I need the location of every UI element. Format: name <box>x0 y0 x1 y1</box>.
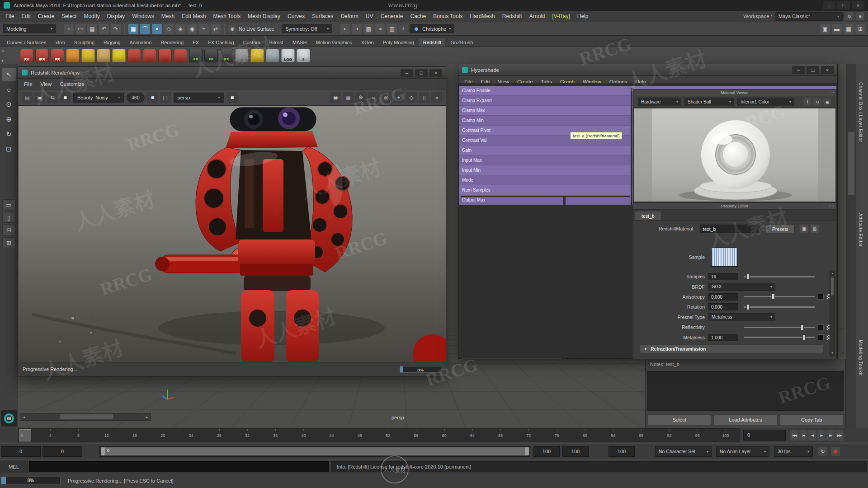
pe-slider-track[interactable] <box>744 276 815 277</box>
camera-dropdown[interactable]: persp ▾ <box>174 93 224 103</box>
undo-icon[interactable]: ↶ <box>99 24 109 34</box>
camera-icon[interactable]: ◉ <box>330 92 341 103</box>
star-icon[interactable]: ▸ <box>2 58 17 63</box>
command-language-toggle[interactable]: MEL <box>0 460 28 473</box>
grid-icon[interactable]: ▦ <box>343 92 354 103</box>
menu-help[interactable]: Help <box>574 11 592 22</box>
menu-mesh[interactable]: Mesh <box>158 11 178 22</box>
shelf-tab-motion-graphics[interactable]: Motion Graphics <box>312 38 356 47</box>
shelf-tab-mash[interactable]: MASH <box>288 38 311 47</box>
playback-start-field[interactable]: 0 <box>42 446 82 457</box>
slider-handle[interactable] <box>746 304 750 310</box>
shelf-icon-hook[interactable] <box>158 49 172 62</box>
dock-tab-attribute-editor[interactable]: Attribute Editor <box>858 213 863 247</box>
secondary-end-field[interactable]: 100 <box>609 446 635 457</box>
render-view-menu-customize[interactable]: Customize <box>56 81 88 87</box>
shelf-tab-redshift[interactable]: Redshift <box>419 38 445 47</box>
menu-cache[interactable]: Cache <box>406 11 429 22</box>
save-scene-icon[interactable]: ▤ <box>87 24 97 34</box>
minimize-button[interactable]: – <box>823 1 835 9</box>
input-connections-icon[interactable]: ⇄ <box>211 24 221 34</box>
pe-value-field[interactable]: 0.000 <box>708 293 738 300</box>
renderer-dropdown[interactable]: Hardware▾ <box>638 98 681 106</box>
selection-mask-icon[interactable]: ▣ <box>820 24 830 34</box>
dock-tab-channel-box-layer-editor[interactable]: Channel Box / Layer Editor <box>858 82 863 142</box>
scroll-left-icon[interactable]: ◂ <box>20 415 28 419</box>
slider-handle[interactable] <box>772 294 775 300</box>
presets-button[interactable]: Presets <box>766 225 795 233</box>
animation-end-field[interactable]: 100 <box>562 446 589 457</box>
snap-grid-icon[interactable]: ▦ <box>128 24 138 34</box>
menu-generate[interactable]: Generate <box>377 11 406 22</box>
shelf-tab-rigging[interactable]: Rigging <box>99 38 124 47</box>
new-scene-icon[interactable]: ▫ <box>64 24 74 34</box>
shelf-icon-cone[interactable] <box>97 49 110 62</box>
move-icon[interactable]: ⊕ <box>2 113 16 126</box>
menu-hardmesh[interactable]: HardMesh <box>466 11 498 22</box>
menu-v-ray[interactable]: [V-Ray] <box>548 11 573 22</box>
menu-file[interactable]: File <box>2 11 18 22</box>
layout-toggle-icon[interactable]: ⊞ <box>855 24 865 34</box>
environment-dropdown[interactable]: Interior1 Color▾ <box>737 98 794 106</box>
material-tab[interactable]: test_b <box>635 211 661 220</box>
material-name-field[interactable]: test_b <box>700 225 760 233</box>
dock-tab-modeling-toolkit[interactable]: Modeling Toolkit <box>858 340 863 376</box>
shelf-icon-pr[interactable]: PR <box>51 49 64 62</box>
workspace-options-icon[interactable]: ≡ <box>856 12 864 20</box>
range-end-handle[interactable] <box>525 447 529 455</box>
scroll-up-icon[interactable]: ▴ <box>830 272 835 275</box>
snap-curve-icon[interactable]: ⌒ <box>140 24 150 34</box>
toggle-lock-icon[interactable]: ■ <box>227 92 238 103</box>
shelf-tab-animation[interactable]: Animation <box>125 38 156 47</box>
go-to-start-icon[interactable]: |◀◀ <box>790 430 798 441</box>
menu-redshift[interactable]: Redshift <box>499 11 526 22</box>
fps-dropdown[interactable]: 30 fps▾ <box>774 446 813 457</box>
shelf-icon-diamond[interactable] <box>66 49 80 62</box>
loop-mode-icon[interactable]: ↻ <box>818 447 827 456</box>
color-chip[interactable] <box>818 324 824 330</box>
slider-handle[interactable] <box>746 274 750 280</box>
expand-icon[interactable]: ◇ <box>406 92 417 103</box>
workspace-reset-icon[interactable]: ↻ <box>845 12 854 20</box>
shelf-tab-gozbrush[interactable]: GoZBrush <box>446 38 477 47</box>
maximize-button[interactable]: □ <box>837 1 850 9</box>
menu-edit-mesh[interactable]: Edit Mesh <box>178 11 209 22</box>
geometry-dropdown[interactable]: Shader Ball▾ <box>684 98 734 106</box>
pin-icon[interactable]: ▫ <box>829 204 830 208</box>
play-backwards-icon[interactable]: ◀ <box>808 430 816 441</box>
shelf-icon-proxy-pr-1[interactable]: PR <box>189 49 203 62</box>
shelf-tab-xgen[interactable]: XGen <box>357 38 378 47</box>
paint-effects-icon[interactable]: ≈ <box>375 24 385 34</box>
property-editor-scrollbar[interactable]: ▴ ▾ <box>830 271 835 356</box>
shelf-icon-ring-sphere[interactable] <box>112 49 126 62</box>
copy-tab-button[interactable]: Copy Tab <box>780 414 844 425</box>
shelf-tab-custom[interactable]: Custom <box>239 38 264 47</box>
shelf-icon-cube[interactable] <box>127 49 141 62</box>
circle-menu-icon[interactable]: ○ <box>368 92 379 103</box>
range-start-handle[interactable] <box>101 447 105 455</box>
scroll-down-icon[interactable]: ▾ <box>830 351 835 355</box>
menu-curves[interactable]: Curves <box>284 11 308 22</box>
toggle-region-icon[interactable]: ■ <box>147 92 158 103</box>
workspace-dropdown[interactable]: Maya Classic* ▾ <box>775 12 843 21</box>
vertical-splitter[interactable] <box>631 88 632 358</box>
live-surface-icon[interactable]: ◉ <box>228 25 236 33</box>
shelf-tab-bifrost[interactable]: Bifrost <box>265 38 288 47</box>
menu-modify[interactable]: Modify <box>80 11 103 22</box>
pe-slider-track[interactable] <box>744 306 815 308</box>
refresh-icon[interactable]: ↻ <box>47 92 58 103</box>
four-pane-icon[interactable]: ⊞ <box>2 237 16 248</box>
pe-dropdown-brdf[interactable]: GGX▾ <box>708 283 775 291</box>
user-account-dropdown[interactable]: ☻ Christophe ▾ <box>410 24 454 33</box>
shelf-icon-sphere[interactable] <box>174 49 187 62</box>
section-refraction-transmission[interactable]: ▼ Refraction/Transmission <box>640 344 823 353</box>
pe-slider-track[interactable] <box>744 337 815 338</box>
two-pane-side-icon[interactable]: ▯ <box>2 212 16 223</box>
two-pane-stacked-icon[interactable]: ⊟ <box>2 225 16 235</box>
pe-value-field[interactable]: 1.000 <box>708 334 738 341</box>
render-current-icon[interactable]: ◐ <box>340 24 350 34</box>
shelf-tab-fx[interactable]: FX <box>189 38 203 47</box>
render-settings-icon[interactable]: ▩ <box>363 24 373 34</box>
shelf-icon-denoise[interactable] <box>266 49 279 62</box>
shelf-icon-rv[interactable]: RV <box>20 49 33 62</box>
